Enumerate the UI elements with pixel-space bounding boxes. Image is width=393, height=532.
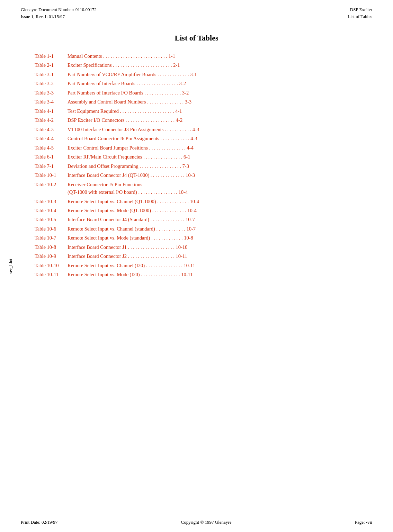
- toc-item: Table 3-2Part Numbers of Interface Board…: [35, 80, 358, 87]
- toc-item: Table 7-1Deviation and Offset Programmin…: [35, 162, 358, 170]
- toc-num: Table 10-1: [35, 171, 68, 179]
- toc-desc: VT100 Interface Connector J3 Pin Assignm…: [68, 126, 358, 133]
- toc-num: Table 10-6: [35, 225, 68, 233]
- toc-num: Table 1-1: [35, 52, 68, 60]
- toc-desc: Remote Select Input vs. Channel (I20) . …: [68, 262, 358, 269]
- toc-num: Table 3-1: [35, 71, 68, 78]
- toc-num: Table 10-11: [35, 271, 68, 278]
- toc-num: Table 3-2: [35, 80, 68, 87]
- toc-item: Table 4-3VT100 Interface Connector J3 Pi…: [35, 126, 358, 133]
- toc-item: Table 4-1Test Equipment Required . . . .…: [35, 107, 358, 115]
- footer: Print Date: 02/19/97 Copyright © 1997 Gl…: [0, 520, 393, 525]
- header-left: Glenayre Document Number: 9110.00172 Iss…: [21, 6, 97, 20]
- section-name: List of Tables: [348, 13, 372, 20]
- toc-item: Table 6-1Exciter RF/Main Circuit Frequen…: [35, 153, 358, 161]
- toc-num: Table 10-3: [35, 198, 68, 205]
- toc-desc: Exciter RF/Main Circuit Frequencies . . …: [68, 153, 358, 161]
- toc-desc: Assembly and Control Board Numbers . . .…: [68, 98, 358, 106]
- toc-desc: Exciter Control Board Jumper Positions .…: [68, 144, 358, 152]
- toc-item: Table 10-4Remote Select Input vs. Mode (…: [35, 207, 358, 214]
- footer-center: Copyright © 1997 Glenayre: [181, 520, 231, 525]
- toc-num: Table 10-4: [35, 207, 68, 214]
- issue-rev: Issue 1, Rev. I: 01/15/97: [21, 13, 97, 20]
- toc-desc: Control Board Connector J6 Pin Assignmen…: [68, 135, 358, 142]
- toc-num: Table 10-7: [35, 234, 68, 242]
- toc-desc: Manual Contents . . . . . . . . . . . . …: [68, 52, 358, 60]
- toc-item: Table 4-5Exciter Control Board Jumper Po…: [35, 144, 358, 152]
- toc-desc: Interface Board Connector J2 . . . . . .…: [68, 252, 358, 260]
- toc-num: Table 4-5: [35, 144, 68, 152]
- toc-num: Table 10-10: [35, 262, 68, 269]
- toc-desc: Test Equipment Required . . . . . . . . …: [68, 107, 358, 115]
- toc-item: Table 3-1Part Numbers of VCO/RF Amplifie…: [35, 71, 358, 78]
- toc-item: Table 10-2Receiver Connector J5 Pin Func…: [35, 181, 358, 196]
- toc-desc: Remote Select Input vs. Mode (standard) …: [68, 234, 358, 242]
- toc-item: Table 10-3Remote Select Input vs. Channe…: [35, 198, 358, 205]
- toc-item: Table 10-5Interface Board Connector J4 (…: [35, 216, 358, 223]
- toc-item: Table 10-11Remote Select Input vs. Mode …: [35, 271, 358, 278]
- main-content: List of Tables Table 1-1Manual Contents …: [0, 23, 393, 301]
- toc-desc: Receiver Connector J5 Pin Functions(QT-1…: [68, 181, 358, 196]
- toc-num: Table 10-2: [35, 181, 68, 188]
- toc-num: Table 4-1: [35, 107, 68, 115]
- page-title: List of Tables: [35, 34, 358, 43]
- header: Glenayre Document Number: 9110.00172 Iss…: [0, 0, 393, 23]
- toc-desc: Remote Select Input vs. Mode (QT-1000) .…: [68, 207, 358, 214]
- toc-item: Table 4-4Control Board Connector J6 Pin …: [35, 135, 358, 142]
- toc-desc: Exciter Specifications . . . . . . . . .…: [68, 61, 358, 69]
- toc-desc: Interface Board Connector J4 (QT-1000) .…: [68, 171, 358, 179]
- toc-item: Table 10-1Interface Board Connector J4 (…: [35, 171, 358, 179]
- toc-item: Table 10-10Remote Select Input vs. Chann…: [35, 262, 358, 269]
- toc-num: Table 6-1: [35, 153, 68, 161]
- footer-right: Page: -vii: [355, 520, 372, 525]
- toc-desc: Part Numbers of Interface Boards . . . .…: [68, 80, 358, 87]
- toc-desc: Remote Select Input vs. Channel (QT-1000…: [68, 198, 358, 205]
- toc-desc: Interface Board Connector J1 . . . . . .…: [68, 243, 358, 251]
- toc-desc: Remote Select Input vs. Channel (standar…: [68, 225, 358, 233]
- doc-number: Glenayre Document Number: 9110.00172: [21, 6, 97, 13]
- toc-num: Table 4-4: [35, 135, 68, 142]
- toc-desc: Part Numbers of VCO/RF Amplifier Boards …: [68, 71, 358, 78]
- toc-desc: Part Numbers of Interface I/O Boards . .…: [68, 89, 358, 97]
- toc-item: Table 3-3Part Numbers of Interface I/O B…: [35, 89, 358, 97]
- toc-item: Table 10-6Remote Select Input vs. Channe…: [35, 225, 358, 233]
- toc-num: Table 10-5: [35, 216, 68, 223]
- toc-desc: Remote Select Input vs. Mode (I20) . . .…: [68, 271, 358, 278]
- toc-desc: Interface Board Connector J4 (Standard) …: [68, 216, 358, 223]
- toc-desc-line2: (QT-1000 with external I/O board) . . . …: [68, 188, 358, 196]
- toc-num: Table 7-1: [35, 162, 68, 170]
- toc-num: Table 4-3: [35, 126, 68, 133]
- toc-item: Table 2-1Exciter Specifications . . . . …: [35, 61, 358, 69]
- product-name: DSP Exciter: [348, 6, 372, 13]
- toc-item: Table 1-1Manual Contents . . . . . . . .…: [35, 52, 358, 60]
- toc-item: Table 4-2DSP Exciter I/O Connectors . . …: [35, 116, 358, 124]
- toc-num: Table 4-2: [35, 116, 68, 124]
- toc-list: Table 1-1Manual Contents . . . . . . . .…: [35, 52, 358, 279]
- toc-num: Table 3-4: [35, 98, 68, 106]
- footer-left: Print Date: 02/19/97: [21, 520, 57, 525]
- toc-num: Table 3-3: [35, 89, 68, 97]
- toc-item: Table 10-9Interface Board Connector J2 .…: [35, 252, 358, 260]
- toc-num: Table 10-8: [35, 243, 68, 251]
- header-right: DSP Exciter List of Tables: [348, 6, 372, 20]
- toc-item: Table 10-8Interface Board Connector J1 .…: [35, 243, 358, 251]
- toc-num: Table 2-1: [35, 61, 68, 69]
- toc-desc: Deviation and Offset Programming . . . .…: [68, 162, 358, 170]
- toc-item: Table 10-7Remote Select Input vs. Mode (…: [35, 234, 358, 242]
- side-label: sec_1.lot: [8, 259, 14, 273]
- toc-desc: DSP Exciter I/O Connectors . . . . . . .…: [68, 116, 358, 124]
- toc-num: Table 10-9: [35, 252, 68, 260]
- page: Glenayre Document Number: 9110.00172 Iss…: [0, 0, 393, 532]
- toc-item: Table 3-4Assembly and Control Board Numb…: [35, 98, 358, 106]
